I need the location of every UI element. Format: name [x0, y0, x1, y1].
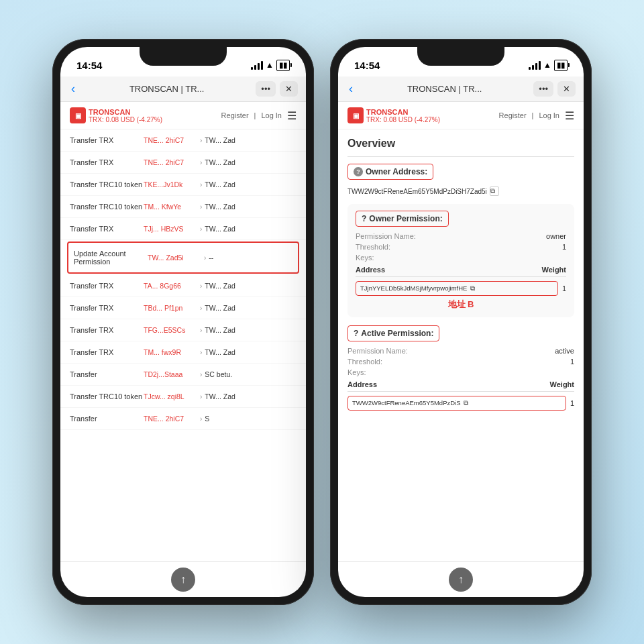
tx-arrow-11: ›	[200, 393, 202, 400]
owner-permission-label: Owner Permission:	[369, 214, 442, 223]
perm-keys-label: Keys:	[356, 254, 374, 262]
active-weight-header: Weight	[550, 380, 574, 388]
right-close-button[interactable]: ✕	[557, 81, 576, 97]
active-keys-label: Keys:	[347, 368, 366, 376]
right-more-button[interactable]: •••	[533, 81, 553, 97]
owner-address-label: Owner Address:	[366, 167, 427, 176]
addr-b-label: 地址 B	[356, 299, 566, 311]
right-signal-bar-3	[535, 63, 537, 70]
tx-item-8[interactable]: Transfer TRX TFG...E5SCs › TW... Zad	[60, 319, 306, 341]
tx-arrow-10: ›	[200, 371, 202, 378]
active-threshold-row: Threshold: 1	[347, 358, 574, 366]
right-back-button[interactable]: ‹	[346, 80, 356, 97]
tx-type-4: Transfer TRX	[70, 225, 144, 233]
tx-to-7: TW... Zad	[205, 304, 297, 312]
active-threshold-label: Threshold:	[347, 358, 382, 366]
right-signal-bar-1	[529, 67, 531, 70]
tx-addr-10: TD2j...Staaa	[144, 370, 197, 378]
tx-addr-2: TKE...Jv1Dk	[144, 180, 197, 189]
right-overview-content: Overview ? Owner Address: TWW2W9ctFReneA…	[338, 129, 584, 561]
tx-item-3[interactable]: Transfer TRC10 token TM... KfwYe › TW...…	[60, 196, 306, 218]
right-browser-actions: ••• ✕	[533, 81, 576, 97]
active-perm-name-row: Permission Name: active	[347, 347, 574, 355]
tx-arrow-12: ›	[200, 415, 202, 423]
perm-name-value: owner	[546, 232, 566, 240]
tx-addr-12: TNE... 2hiC7	[144, 415, 197, 423]
right-status-icons: ▲ ▮▮	[529, 60, 568, 71]
active-key-addr-text-0: TWW2W9ctFReneAEm65Y5MdPzDiS	[352, 399, 461, 407]
tx-item-10[interactable]: Transfer TD2j...Staaa › SC betu.	[60, 364, 306, 386]
tx-item-2[interactable]: Transfer TRC10 token TKE...Jv1Dk › TW...…	[60, 174, 306, 196]
tx-to-6: TW... Zad	[205, 282, 297, 290]
tx-type-0: Transfer TRX	[70, 136, 144, 144]
tx-item-9[interactable]: Transfer TRX TM... fwx9R › TW... Zad	[60, 341, 306, 364]
right-phone: 14:54 ▲ ▮▮ ‹ TRONSCAN | TR... •	[330, 39, 592, 605]
tx-type-highlighted: Update Account Permission	[74, 250, 148, 266]
tx-to-11: TW... Zad	[205, 392, 297, 400]
left-hamburger-icon[interactable]: ☰	[287, 109, 297, 122]
left-register-link[interactable]: Register	[221, 111, 249, 119]
active-key-addr-copy-0[interactable]: ⧉	[464, 399, 468, 407]
right-browser-bar[interactable]: ‹ TRONSCAN | TR... ••• ✕	[338, 76, 584, 102]
left-trx-price-text: TRX: 0.08 USD (-4.27%)	[89, 116, 162, 123]
key-addr-copy-0[interactable]: ⧉	[470, 284, 475, 292]
signal-bar-3	[258, 63, 260, 70]
right-register-link[interactable]: Register	[499, 111, 527, 119]
tx-arrow-4: ›	[200, 225, 202, 233]
left-logo-icon: ▣	[70, 107, 86, 123]
tx-addr-11: TJcw... zqi8L	[144, 392, 197, 400]
active-keys-table: Address Weight TWW2W9ctFReneAEm65Y5MdPzD…	[347, 380, 574, 411]
tx-type-7: Transfer TRX	[70, 304, 144, 312]
left-close-button[interactable]: ✕	[280, 81, 298, 97]
left-scroll-up-button[interactable]: ↑	[171, 568, 195, 592]
owner-permission-question-icon: ?	[362, 214, 366, 223]
tx-to-1: TW... Zad	[205, 158, 297, 166]
active-perm-name-value: active	[555, 347, 574, 355]
keys-table: Address Weight TJjnYYELDb5kJdMSjMfyvrpwo…	[356, 266, 566, 311]
tx-addr-9: TM... fwx9R	[144, 348, 197, 356]
right-login-link[interactable]: Log In	[539, 111, 559, 119]
left-back-button[interactable]: ‹	[68, 80, 78, 97]
tx-item-0[interactable]: Transfer TRX TNE... 2hiC7 › TW... Zad	[60, 129, 306, 152]
tx-type-6: Transfer TRX	[70, 282, 144, 290]
tx-to-9: TW... Zad	[205, 348, 297, 356]
owner-address-label-box: ? Owner Address:	[347, 164, 433, 180]
tx-arrow-0: ›	[200, 137, 202, 144]
tx-type-1: Transfer TRX	[70, 158, 144, 166]
left-more-button[interactable]: •••	[256, 81, 276, 97]
tx-addr-highlighted: TW... Zad5i	[148, 254, 201, 262]
tx-arrow-7: ›	[200, 305, 202, 312]
active-permission-label-box: ? Active Permission:	[347, 325, 439, 341]
signal-bar-4	[261, 61, 263, 70]
tx-item-4[interactable]: Transfer TRX TJj... HBzVS › TW... Zad	[60, 218, 306, 240]
left-notch	[140, 47, 227, 66]
tx-type-10: Transfer	[70, 370, 144, 378]
right-scroll-up-button[interactable]: ↑	[449, 568, 473, 592]
tx-type-11: Transfer TRC10 token	[70, 392, 144, 400]
tx-item-11[interactable]: Transfer TRC10 token TJcw... zqi8L › TW.…	[60, 386, 306, 408]
owner-address-copy-icon[interactable]: ⧉	[490, 186, 499, 196]
right-logo-name: TRONSCAN	[366, 108, 440, 116]
active-keys-row: Keys:	[347, 368, 574, 376]
tx-item-12[interactable]: Transfer TNE... 2hiC7 › S	[60, 408, 306, 430]
left-browser-bar[interactable]: ‹ TRONSCAN | TR... ••• ✕	[60, 76, 306, 102]
perm-threshold-row: Threshold: 1	[356, 243, 566, 251]
tx-arrow-6: ›	[200, 282, 202, 290]
signal-icon	[251, 61, 263, 70]
right-hamburger-icon[interactable]: ☰	[565, 109, 574, 122]
left-login-link[interactable]: Log In	[261, 111, 282, 119]
tx-to-10: SC betu.	[205, 370, 297, 378]
key-weight-0: 1	[562, 284, 566, 292]
active-perm-name-label: Permission Name:	[347, 347, 408, 355]
tx-item-6[interactable]: Transfer TRX TA... 8Gg66 › TW... Zad	[60, 275, 306, 297]
tx-item-highlighted[interactable]: Update Account Permission TW... Zad5i › …	[67, 241, 299, 274]
tx-item-7[interactable]: Transfer TRX TBd... Pf1pn › TW... Zad	[60, 297, 306, 319]
battery-icon: ▮▮	[276, 60, 290, 71]
tx-item-1[interactable]: Transfer TRX TNE... 2hiC7 › TW... Zad	[60, 152, 306, 174]
tx-type-3: Transfer TRC10 token	[70, 203, 144, 211]
right-trx-price-text: TRX: 0.08 USD (-4.27%)	[366, 116, 440, 123]
right-tronscan-header: ▣ TRONSCAN TRX: 0.08 USD (-4.27%) Regist…	[338, 102, 584, 129]
left-tx-list: Transfer TRX TNE... 2hiC7 › TW... Zad Tr…	[60, 129, 306, 430]
signal-bar-2	[254, 65, 256, 70]
perm-name-label: Permission Name:	[356, 232, 416, 240]
